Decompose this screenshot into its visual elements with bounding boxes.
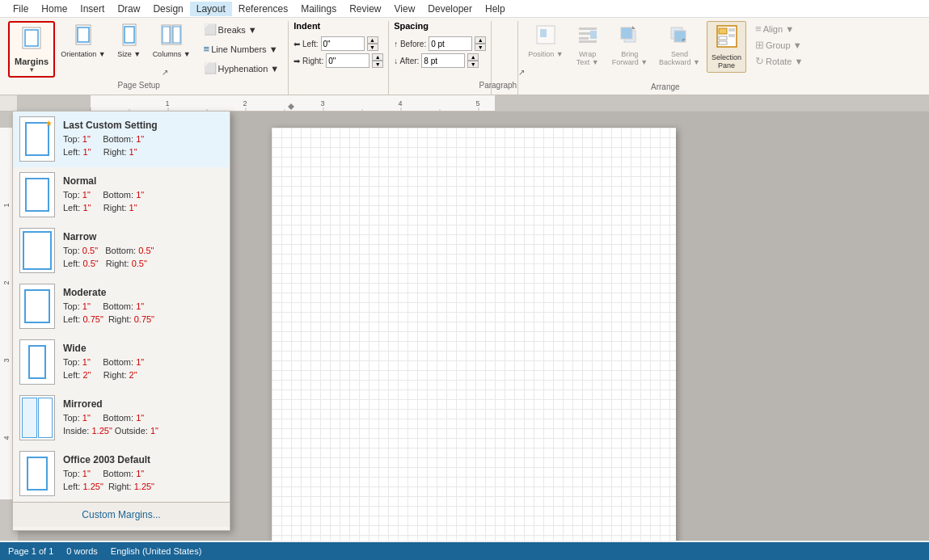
bring-forward-label: BringForward ▼ <box>612 50 648 66</box>
spacing-controls: Spacing ↑ Before: ▲ ▼ ↓ After: ▲ ▼ <box>394 21 486 79</box>
menubar: File Home Insert Draw Design Layout Refe… <box>0 0 929 18</box>
spacing-before-input[interactable] <box>429 36 472 51</box>
margin-name-wide: Wide <box>63 343 223 354</box>
hyphenation-icon: ⬜ <box>204 62 217 74</box>
align-button[interactable]: ≡ Align ▼ <box>751 21 798 36</box>
spacing-before-up[interactable]: ▲ <box>475 36 486 44</box>
size-button[interactable]: Size ▼ <box>112 21 147 61</box>
menu-help[interactable]: Help <box>479 2 512 16</box>
align-icon: ≡ <box>755 23 762 35</box>
margin-detail-narrow: Top: 0.5" Bottom: 0.5" Left: 0.5" Right:… <box>63 244 223 271</box>
menu-design[interactable]: Design <box>146 2 189 16</box>
menu-draw[interactable]: Draw <box>111 2 146 16</box>
rotate-label: Rotate ▼ <box>766 57 803 66</box>
svg-rect-12 <box>579 27 597 30</box>
spacing-after-input[interactable] <box>421 53 465 68</box>
margin-item-normal[interactable]: Normal Top: 1" Bottom: 1" Left: 1" Right… <box>13 167 230 223</box>
position-label: Position ▼ <box>528 50 563 58</box>
svg-text:4: 4 <box>2 436 11 440</box>
margin-text-office2003: Office 2003 Default Top: 1" Bottom: 1" L… <box>63 454 223 494</box>
indent-controls: Indent ⬅ Left: ▲ ▼ ➡ Right: ▲ ▼ <box>293 21 383 79</box>
margin-icon-last-custom: ★ <box>19 116 55 162</box>
margin-name-narrow: Narrow <box>63 231 223 242</box>
svg-rect-18 <box>621 27 632 39</box>
menu-file[interactable]: File <box>6 2 35 16</box>
spacing-after-label: ↓ After: <box>394 57 419 65</box>
svg-text:4: 4 <box>398 99 402 107</box>
menu-view[interactable]: View <box>388 2 422 16</box>
svg-text:3: 3 <box>320 99 324 107</box>
margin-detail-normal: Top: 1" Bottom: 1" Left: 1" Right: 1" <box>63 188 223 215</box>
position-icon <box>535 24 556 50</box>
menu-layout[interactable]: Layout <box>190 2 232 16</box>
wrap-text-button[interactable]: WrapText ▼ <box>570 21 606 69</box>
margin-detail-mirrored: Top: 1" Bottom: 1" Inside: 1.25" Outside… <box>63 411 223 438</box>
indent-left-input[interactable] <box>321 36 365 51</box>
line-numbers-button[interactable]: ≡ Line Numbers ▼ <box>200 40 284 57</box>
spacing-title: Spacing <box>394 21 486 31</box>
margin-item-office2003[interactable]: Office 2003 Default Top: 1" Bottom: 1" L… <box>13 446 230 502</box>
custom-margins-button[interactable]: Custom Margins... <box>13 502 230 527</box>
margins-button[interactable]: Margins ▼ <box>8 21 55 78</box>
spacing-before-row: ↑ Before: ▲ ▼ <box>394 36 486 51</box>
svg-rect-16 <box>579 40 597 43</box>
indent-left-down[interactable]: ▼ <box>367 44 378 51</box>
position-button[interactable]: Position ▼ <box>523 21 568 61</box>
indent-right-input[interactable] <box>326 53 369 68</box>
columns-label: Columns ▼ <box>153 50 191 58</box>
margin-icon-mirrored <box>19 395 55 440</box>
indent-right-up[interactable]: ▲ <box>372 53 383 61</box>
margin-text-mirrored: Mirrored Top: 1" Bottom: 1" Inside: 1.25… <box>63 398 223 438</box>
svg-text:1: 1 <box>2 203 11 207</box>
menu-insert[interactable]: Insert <box>74 2 111 16</box>
indent-left-row: ⬅ Left: ▲ ▼ <box>293 36 383 51</box>
spacing-after-up[interactable]: ▲ <box>467 53 479 61</box>
margin-name-moderate: Moderate <box>63 287 223 298</box>
bring-forward-button[interactable]: BringForward ▼ <box>607 21 652 69</box>
spacing-after-down[interactable]: ▼ <box>467 61 479 68</box>
hyphenation-label: Hyphenation ▼ <box>218 64 280 74</box>
page-setup-dialog-launcher[interactable]: ↗ <box>161 67 172 78</box>
spacing-after-spinners: ▲ ▼ <box>467 53 479 68</box>
margin-text-wide: Wide Top: 1" Bottom: 1" Left: 2" Right: … <box>63 343 223 382</box>
columns-icon <box>160 23 183 50</box>
ruler-container: 1 2 3 4 5 <box>0 95 929 112</box>
svg-rect-13 <box>579 32 590 35</box>
selection-pane-label: SelectionPane <box>712 53 741 69</box>
margin-item-last-custom[interactable]: ★ Last Custom Setting Top: 1" Bottom: 1"… <box>13 112 230 167</box>
selection-pane-button[interactable]: SelectionPane <box>707 21 746 73</box>
margin-item-moderate[interactable]: Moderate Top: 1" Bottom: 1" Left: 0.75" … <box>13 279 230 335</box>
group-button[interactable]: ⊞ Group ▼ <box>751 37 806 53</box>
menu-references[interactable]: References <box>232 2 294 16</box>
arrange-buttons: Position ▼ WrapText ▼ <box>523 21 807 91</box>
svg-text:2: 2 <box>2 280 11 284</box>
margin-item-narrow[interactable]: Narrow Top: 0.5" Bottom: 0.5" Left: 0.5"… <box>13 223 230 279</box>
spacing-before-down[interactable]: ▼ <box>475 44 486 51</box>
ribbon-group-spacing: Spacing ↑ Before: ▲ ▼ ↓ After: ▲ ▼ <box>389 21 492 95</box>
rotate-button[interactable]: ↻ Rotate ▼ <box>751 53 807 69</box>
indent-left-up[interactable]: ▲ <box>367 36 378 44</box>
margin-detail-office2003: Top: 1" Bottom: 1" Left: 1.25" Right: 1.… <box>63 467 223 494</box>
send-backward-button[interactable]: SendBackward ▼ <box>654 21 705 69</box>
margin-item-mirrored[interactable]: Mirrored Top: 1" Bottom: 1" Inside: 1.25… <box>13 390 230 446</box>
orientation-button[interactable]: Orientation ▼ <box>57 21 109 61</box>
svg-text:1: 1 <box>165 99 169 107</box>
menu-review[interactable]: Review <box>343 2 387 16</box>
margin-icon-office2003 <box>19 451 55 496</box>
wrap-text-icon <box>577 24 598 50</box>
orientation-label: Orientation ▼ <box>61 50 105 58</box>
hyphenation-button[interactable]: ⬜ Hyphenation ▼ <box>200 60 284 77</box>
breaks-button[interactable]: ⬜ Breaks ▼ <box>200 21 284 38</box>
menu-home[interactable]: Home <box>35 2 74 16</box>
arrange-group-label: Arrange <box>651 82 680 91</box>
send-backward-label: SendBackward ▼ <box>659 50 700 66</box>
indent-left-label: ⬅ Left: <box>293 40 318 48</box>
svg-text:3: 3 <box>2 358 11 362</box>
menu-developer[interactable]: Developer <box>421 2 479 16</box>
menu-mailings[interactable]: Mailings <box>294 2 343 16</box>
indent-right-down[interactable]: ▼ <box>372 61 383 68</box>
right-arrange-buttons: ≡ Align ▼ ⊞ Group ▼ ↻ Rotate ▼ <box>751 21 807 80</box>
columns-button[interactable]: Columns ▼ <box>149 21 195 61</box>
spacing-before-label: ↑ Before: <box>394 40 426 48</box>
margin-item-wide[interactable]: Wide Top: 1" Bottom: 1" Left: 2" Right: … <box>13 335 230 390</box>
